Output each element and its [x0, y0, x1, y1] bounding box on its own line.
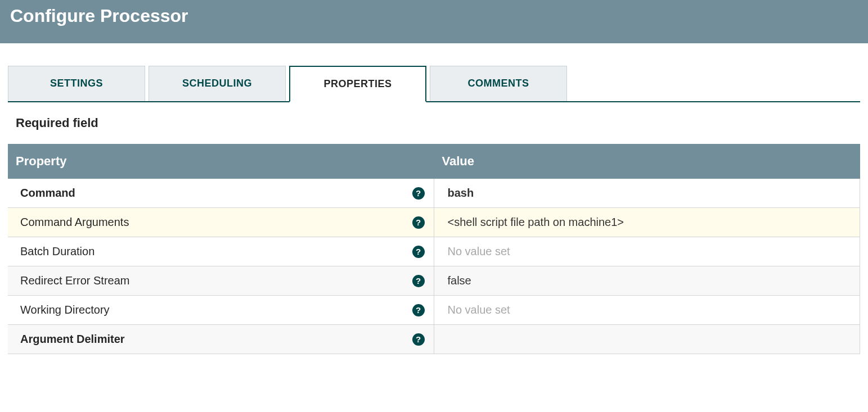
property-value-cell[interactable]: false	[434, 266, 861, 295]
help-icon[interactable]: ?	[412, 275, 425, 287]
table-row[interactable]: Batch Duration ? No value set	[8, 237, 860, 266]
property-name: Batch Duration	[20, 245, 95, 258]
property-value-cell[interactable]: No value set	[434, 296, 861, 324]
property-name-cell: Redirect Error Stream ?	[8, 266, 434, 295]
property-value: <shell script file path on machine1>	[448, 216, 624, 229]
property-value-cell[interactable]: No value set	[434, 237, 861, 266]
dialog-content: SETTINGS SCHEDULING PROPERTIES COMMENTS …	[0, 43, 868, 354]
property-name: Command	[20, 187, 75, 200]
help-icon[interactable]: ?	[412, 187, 425, 200]
property-value: false	[448, 274, 471, 287]
table-row[interactable]: Argument Delimiter ?	[8, 325, 860, 354]
table-body: Command ? bash Command Arguments ? <shel…	[8, 179, 860, 354]
table-row[interactable]: Redirect Error Stream ? false	[8, 266, 860, 296]
property-name: Command Arguments	[20, 216, 129, 229]
property-name-cell: Batch Duration ?	[8, 237, 434, 266]
property-value: No value set	[448, 304, 510, 316]
tab-comments[interactable]: COMMENTS	[430, 66, 567, 101]
required-field-label: Required field	[8, 102, 860, 144]
property-name-cell: Command Arguments ?	[8, 208, 434, 237]
property-name: Argument Delimiter	[20, 333, 125, 346]
tab-scheduling[interactable]: SCHEDULING	[149, 66, 286, 101]
property-name: Working Directory	[20, 304, 110, 316]
dialog-title: Configure Processor	[10, 6, 858, 26]
property-name: Redirect Error Stream	[20, 274, 130, 287]
property-value-cell[interactable]	[434, 325, 861, 354]
property-name-cell: Command ?	[8, 179, 434, 207]
help-icon[interactable]: ?	[412, 246, 425, 258]
property-value-cell[interactable]: bash	[434, 179, 861, 207]
table-row[interactable]: Working Directory ? No value set	[8, 296, 860, 325]
help-icon[interactable]: ?	[412, 333, 425, 346]
tab-properties[interactable]: PROPERTIES	[289, 66, 426, 102]
help-icon[interactable]: ?	[412, 216, 425, 229]
table-row[interactable]: Command Arguments ? <shell script file p…	[8, 208, 860, 237]
tab-bar: SETTINGS SCHEDULING PROPERTIES COMMENTS	[8, 66, 860, 102]
property-value: No value set	[448, 245, 510, 258]
tab-settings[interactable]: SETTINGS	[8, 66, 145, 101]
table-row[interactable]: Command ? bash	[8, 179, 860, 208]
properties-table: Property Value Command ? bash Command Ar…	[8, 144, 860, 354]
column-header-value: Value	[434, 144, 861, 179]
property-value-cell[interactable]: <shell script file path on machine1>	[434, 208, 861, 237]
property-name-cell: Working Directory ?	[8, 296, 434, 324]
property-value: bash	[448, 187, 474, 200]
table-header: Property Value	[8, 144, 860, 179]
dialog-header: Configure Processor	[0, 0, 868, 43]
help-icon[interactable]: ?	[412, 304, 425, 316]
property-name-cell: Argument Delimiter ?	[8, 325, 434, 354]
column-header-property: Property	[8, 144, 434, 179]
